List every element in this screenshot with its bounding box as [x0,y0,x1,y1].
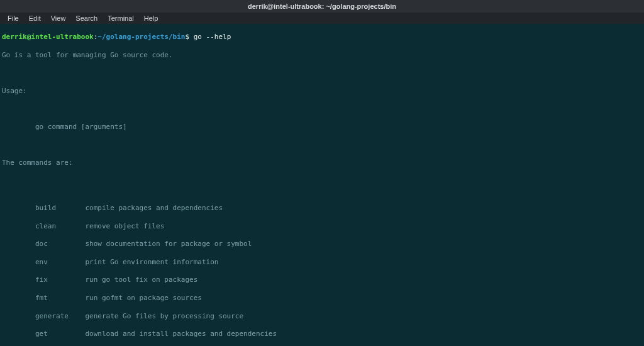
menu-help[interactable]: Help [139,13,164,24]
blank [2,141,642,150]
entered-command: go --help [194,33,231,41]
commands-list: buildcompile packages and dependencies c… [2,195,642,346]
command-desc: print Go environment information [85,258,218,266]
command-desc: show documentation for package or symbol [85,240,252,248]
usage-line: go command [arguments] [2,123,642,131]
blank [2,177,642,186]
command-desc: remove object files [85,222,164,230]
prompt-path: ~/golang-projects/bin [97,33,185,41]
terminal-viewport[interactable]: derrik@intel-ultrabook:~/golang-projects… [0,24,644,346]
menu-search[interactable]: Search [70,13,103,24]
command-name: doc [35,240,85,248]
command-row: fmtrun gofmt on package sources [2,294,642,303]
command-name: clean [35,222,85,231]
menu-terminal[interactable]: Terminal [103,13,139,24]
command-desc: run gofmt on package sources [85,294,201,302]
prompt-user-host: derrik@intel-ultrabook [2,33,94,41]
menubar: File Edit View Search Terminal Help [0,13,644,24]
blank [2,69,642,77]
command-desc: download and install packages and depend… [85,330,277,338]
command-row: cleanremove object files [2,222,642,231]
blank [2,105,642,114]
prompt-line-1: derrik@intel-ultrabook:~/golang-projects… [2,33,642,42]
command-row: generategenerate Go files by processing … [2,312,642,321]
command-row: getdownload and install packages and dep… [2,330,642,338]
output-intro: Go is a tool for managing Go source code… [2,51,642,60]
usage-label: Usage: [2,87,642,96]
command-name: get [35,330,85,338]
command-name: generate [35,312,85,321]
menu-edit[interactable]: Edit [24,13,46,24]
window-titlebar: derrik@intel-ultrabook: ~/golang-project… [0,0,644,13]
commands-header: The commands are: [2,159,642,167]
command-row: buildcompile packages and dependencies [2,204,642,213]
menu-file[interactable]: File [3,13,24,24]
window-title: derrik@intel-ultrabook: ~/golang-project… [248,2,396,11]
command-desc: run go tool fix on packages [85,276,197,284]
command-desc: compile packages and dependencies [85,204,223,212]
command-name: fix [35,276,85,284]
menu-view[interactable]: View [46,13,71,24]
command-row: fixrun go tool fix on packages [2,276,642,284]
command-row: envprint Go environment information [2,258,642,267]
command-name: env [35,258,85,267]
command-name: fmt [35,294,85,303]
command-row: docshow documentation for package or sym… [2,240,642,248]
command-name: build [35,204,85,213]
usage-text: go command [arguments] [35,123,127,131]
command-desc: generate Go files by processing source [85,312,243,320]
